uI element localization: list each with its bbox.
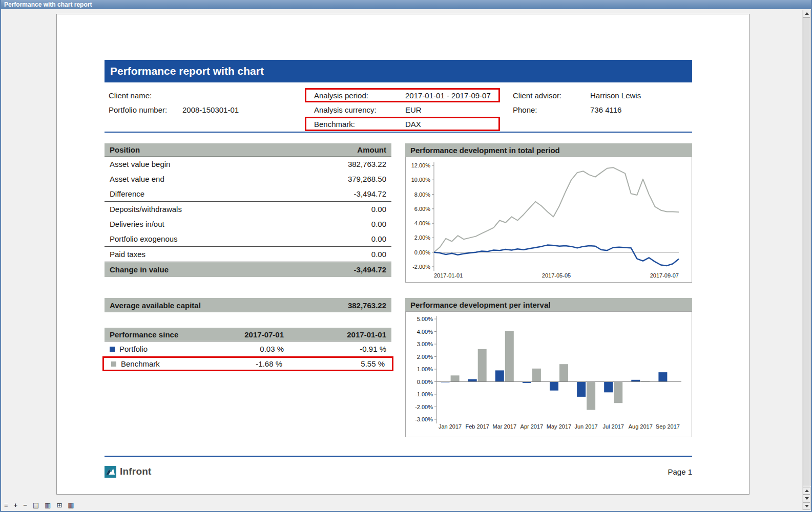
report-title: Performance report with chart: [110, 65, 264, 77]
total-value: -3,494.72: [354, 265, 386, 274]
svg-text:4.00%: 4.00%: [414, 220, 430, 226]
phone-row: Phone: 736 4116: [513, 102, 692, 117]
svg-text:Sep 2017: Sep 2017: [656, 423, 680, 430]
svg-text:4.00%: 4.00%: [417, 329, 433, 335]
scroll-down-button[interactable]: [803, 502, 810, 510]
thumbnail-grid-icon[interactable]: [68, 502, 74, 509]
zoom-out-icon[interactable]: [23, 502, 27, 509]
svg-text:5.00%: 5.00%: [417, 316, 433, 322]
phone-value: 736 4116: [590, 105, 621, 114]
portfolio-name: Portfolio: [119, 345, 148, 353]
analysis-period-value: 2017-01-01 - 2017-09-07: [405, 91, 491, 100]
svg-text:-2.00%: -2.00%: [412, 264, 430, 270]
row-label: Difference: [110, 189, 144, 198]
arrow-down-icon: [805, 497, 809, 500]
table-row: Asset value end 379,268.50: [105, 172, 391, 186]
report-body: Performance report with chart Client nam…: [105, 60, 692, 480]
svg-text:3.00%: 3.00%: [417, 341, 433, 347]
row-value: 0.00: [371, 205, 386, 214]
benchmark-highlight: Benchmark: DAX: [305, 117, 500, 131]
section-divider: [105, 132, 692, 133]
scrollbar-bottom-buttons: [803, 487, 810, 510]
page-number: Page 1: [668, 467, 692, 476]
report-window: Performance with chart report Performanc…: [0, 0, 812, 512]
total-label: Change in value: [110, 265, 169, 274]
svg-text:12.00%: 12.00%: [411, 162, 431, 168]
position-group-taxes: Paid taxes 0.00: [105, 247, 391, 262]
amount-column-header: Amount: [357, 145, 386, 154]
svg-text:1.00%: 1.00%: [417, 366, 433, 372]
footer-divider: [105, 456, 692, 457]
per-interval-chart: 5.00%4.00%3.00%2.00%1.00%0.00%-1.00%-2.0…: [405, 311, 692, 437]
analysis-period-label: Analysis period:: [314, 91, 368, 100]
report-title-banner: Performance report with chart: [105, 60, 692, 82]
report-columns: Position Amount Asset value begin 382,76…: [105, 143, 692, 438]
row-value: 379,268.50: [348, 175, 386, 183]
analysis-period-highlight: Analysis period: 2017-01-01 - 2017-09-07: [305, 88, 500, 102]
client-info-col1: Client name: Portfolio number: 2008-1503…: [109, 88, 298, 117]
four-pages-icon[interactable]: [56, 502, 62, 509]
average-capital-bar: Average available capital 382,763.22: [105, 298, 391, 312]
portfolio-cell: Portfolio: [110, 345, 202, 353]
position-group-flows: Deposits/withdrawals 0.00 Deliveries in/…: [105, 202, 391, 247]
scroll-up-button[interactable]: [803, 10, 810, 17]
row-value: 0.00: [371, 250, 386, 259]
infront-logo-icon: [105, 466, 116, 478]
row-label: Asset value begin: [110, 160, 170, 168]
average-capital-value: 382,763.22: [348, 301, 386, 310]
analysis-currency-value: EUR: [405, 105, 422, 114]
svg-text:Aug 2017: Aug 2017: [629, 423, 653, 430]
period2-header: 2017-01-01: [284, 330, 386, 339]
svg-text:0.00%: 0.00%: [414, 249, 430, 255]
table-row: Deliveries in/out 0.00: [105, 217, 391, 231]
row-value: 0.00: [371, 234, 386, 243]
table-row: Asset value begin 382,763.22: [105, 157, 391, 172]
per-interval-chart-block: Performance development per interval 5.0…: [405, 298, 692, 437]
svg-text:2017-01-01: 2017-01-01: [434, 272, 463, 279]
arrow-up-icon: [805, 12, 809, 15]
menu-icon[interactable]: [4, 502, 8, 509]
bottom-toolbar: [4, 501, 74, 509]
average-capital-label: Average available capital: [110, 301, 201, 310]
infront-logo: Infront: [105, 466, 152, 478]
client-info-col3: Client advisor: Harrison Lewis Phone: 73…: [513, 88, 692, 117]
arrow-down-icon: [805, 505, 809, 507]
single-page-icon[interactable]: [33, 502, 39, 509]
benchmark-period2-value: 5.55 %: [282, 359, 385, 368]
client-name-row: Client name:: [109, 88, 298, 102]
page-down-button[interactable]: [803, 495, 810, 502]
benchmark-row-highlight: Benchmark -1.68 % 5.55 %: [102, 356, 393, 371]
window-title: Performance with chart report: [4, 1, 92, 8]
left-column: Position Amount Asset value begin 382,76…: [105, 143, 391, 371]
total-period-chart: 12.00%10.00%8.00%6.00%4.00%2.00%0.00%-2.…: [405, 157, 692, 283]
svg-text:Jul 2017: Jul 2017: [602, 423, 624, 430]
chart-title: Performance development in total period: [410, 146, 560, 155]
row-label: Portfolio exogenous: [110, 234, 178, 243]
brand-name: Infront: [120, 466, 152, 477]
benchmark-period1-value: -1.68 %: [200, 359, 282, 368]
two-pages-icon[interactable]: [45, 502, 51, 509]
right-column: Performance development in total period …: [405, 143, 692, 437]
change-in-value-row: Change in value -3,494.72: [105, 262, 391, 277]
zoom-in-icon[interactable]: [14, 502, 18, 509]
scrollbar-thumb[interactable]: [803, 17, 810, 486]
table-row: Portfolio exogenous 0.00: [105, 231, 391, 246]
table-row: Paid taxes 0.00: [105, 247, 391, 262]
client-advisor-value: Harrison Lewis: [590, 91, 641, 100]
per-interval-chart-header: Performance development per interval: [405, 298, 692, 311]
titlebar: Performance with chart report: [1, 0, 811, 9]
benchmark-legend-icon: [111, 361, 116, 367]
svg-text:8.00%: 8.00%: [414, 191, 430, 198]
row-label: Paid taxes: [110, 250, 145, 259]
page-up-button[interactable]: [803, 487, 810, 495]
row-value: 382,763.22: [348, 160, 386, 168]
svg-text:-2.00%: -2.00%: [415, 404, 433, 410]
performance-since-header: Performance since: [110, 330, 202, 339]
benchmark-value: DAX: [405, 120, 421, 129]
svg-text:2017-05-05: 2017-05-05: [542, 272, 571, 279]
portfolio-number-label: Portfolio number:: [109, 105, 182, 114]
benchmark-name: Benchmark: [121, 359, 160, 368]
report-footer: Infront Page 1: [105, 463, 692, 480]
total-period-chart-header: Performance development in total period: [405, 143, 692, 157]
vertical-scrollbar[interactable]: [802, 10, 810, 510]
